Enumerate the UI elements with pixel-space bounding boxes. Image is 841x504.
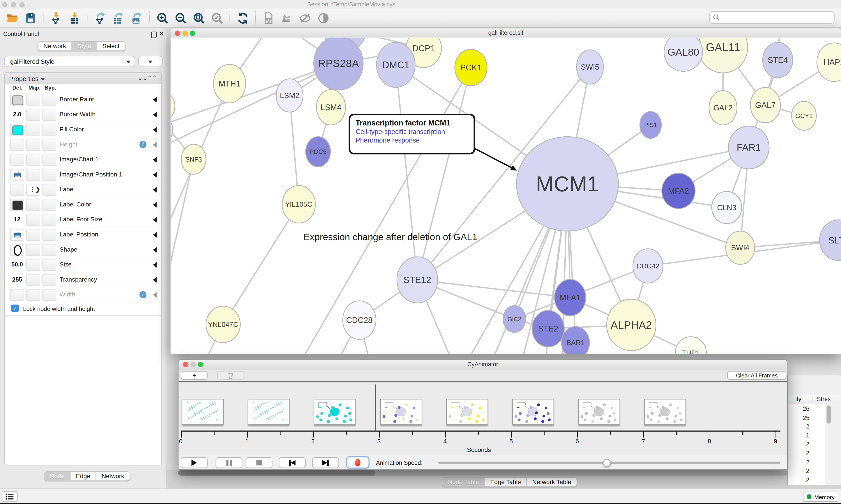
network-node-SWI5[interactable]: SWI5 (577, 50, 603, 84)
network-node-CDC28[interactable]: CDC28 (343, 301, 376, 339)
lock-checkbox[interactable]: ✓ (11, 305, 19, 312)
network-node-SLT2[interactable]: SLT2 (820, 220, 841, 260)
table-cell[interactable]: 25 (788, 414, 809, 420)
network-node-YIL105C[interactable]: YIL105C (282, 185, 315, 223)
default-value[interactable]: 2.0 (9, 111, 25, 118)
property-row-shape[interactable]: Shape (5, 242, 161, 258)
export-image-icon[interactable] (130, 11, 144, 25)
timeline-playhead[interactable] (376, 384, 376, 431)
property-row-image-chart-position-1[interactable]: Image/Chart Position 1 (5, 167, 161, 183)
property-row-width[interactable]: Widthi (5, 287, 161, 303)
network-node-MFA1[interactable]: MFA1 (555, 280, 586, 316)
slider-thumb[interactable] (603, 459, 611, 467)
column-stress[interactable]: Stres (817, 396, 831, 402)
expand-property-icon[interactable] (153, 172, 157, 177)
frame-thumbnail-6[interactable] (512, 399, 554, 425)
table-cell[interactable]: 2 (788, 450, 809, 456)
style-options-button[interactable] (139, 56, 162, 67)
tab-node-table[interactable]: Node Table (442, 478, 485, 486)
network-node-DMC1[interactable]: DMC1 (376, 42, 415, 87)
network-node-YNL047C[interactable]: YNL047C (206, 306, 240, 343)
frame-thumbnail-4[interactable] (380, 399, 422, 425)
table-cell[interactable]: 26 (788, 405, 809, 412)
network-node-GCY1[interactable]: GCY1 (792, 101, 817, 130)
scrollbar-thumb[interactable] (178, 470, 375, 475)
save-icon[interactable] (24, 11, 38, 25)
default-value[interactable]: 12 (9, 216, 25, 222)
network-node-FAR1[interactable]: FAR1 (729, 126, 769, 169)
add-frame-button[interactable]: + (181, 371, 208, 380)
default-value[interactable]: 255 (9, 276, 25, 283)
table-cell[interactable]: 1 (788, 432, 809, 438)
network-node-CLN3[interactable]: CLN3 (712, 191, 742, 223)
expand-property-icon[interactable] (153, 277, 157, 283)
annotation-box[interactable]: Transcription factor MCM1 Cell-type-spec… (349, 114, 475, 154)
expand-property-icon[interactable] (153, 247, 157, 252)
property-row-fill-color[interactable]: Fill Color (5, 122, 161, 138)
network-node-TUP1[interactable]: TUP1 (675, 337, 706, 354)
frame-thumbnail-7[interactable] (578, 399, 620, 425)
network-node-CDC42[interactable]: CDC42 (633, 249, 663, 283)
network-node-LSM4[interactable]: LSM4 (317, 90, 345, 125)
tab-select[interactable]: Select (97, 42, 125, 50)
property-row-border-paint[interactable]: Border Paint (5, 92, 161, 108)
network-node-GAL80[interactable]: GAL80 (664, 37, 702, 71)
network-node-STE4[interactable]: STE4 (763, 42, 793, 78)
export-network-icon[interactable] (93, 11, 107, 25)
record-button[interactable] (346, 456, 370, 469)
network-node-HAP2[interactable]: HAP2 (817, 43, 841, 82)
network-node-SWI4[interactable]: SWI4 (726, 231, 754, 265)
color-swatch[interactable] (12, 201, 23, 210)
play-button[interactable] (181, 457, 208, 468)
property-row-label[interactable]: ⋮❯Label (5, 182, 161, 198)
expand-all-icon[interactable]: ⌄⌄ (138, 74, 147, 82)
expand-property-icon[interactable] (153, 97, 157, 102)
property-row-label-position[interactable]: Label Position (5, 227, 161, 243)
color-swatch[interactable] (12, 95, 23, 105)
network-node-RPS28A[interactable]: RPS28A (314, 37, 363, 90)
passthrough-mapping-icon[interactable]: ⋮❯ (30, 186, 40, 193)
import-table-icon[interactable] (68, 11, 82, 25)
network-node-PDC5[interactable]: PDC5 (306, 137, 330, 167)
tab-network-table[interactable]: Network Table (527, 478, 577, 486)
zoom-fit-icon[interactable] (192, 11, 206, 25)
network-node-lsliver1[interactable] (171, 91, 175, 121)
timeline[interactable]: 0123456789 Seconds (179, 381, 787, 455)
tab-node[interactable]: Node (44, 472, 71, 480)
delete-frame-button[interactable] (217, 371, 244, 380)
table-header[interactable]: ity Stres (788, 395, 841, 404)
network-node-SNF3[interactable]: SNF3 (181, 144, 206, 174)
expand-property-icon[interactable] (153, 217, 157, 222)
collapse-all-icon[interactable]: ⌃⌃ (147, 74, 157, 82)
network-node-STE12[interactable]: STE12 (397, 257, 437, 303)
network-node-ALPHA2[interactable]: ALPHA2 (607, 299, 656, 351)
import-network-icon[interactable] (49, 11, 63, 25)
network-node-LSM2[interactable]: LSM2 (276, 79, 303, 112)
tab-edge-table[interactable]: Edge Table (485, 478, 527, 486)
memory-button[interactable]: Memory (803, 492, 838, 502)
pause-button[interactable] (215, 457, 242, 468)
info-icon[interactable]: i (140, 291, 146, 298)
table-cell[interactable]: 2 (788, 459, 809, 465)
network-node-GAL7[interactable]: GAL7 (750, 87, 780, 123)
expand-property-icon[interactable] (153, 187, 157, 193)
float-panel-icon[interactable] (151, 32, 157, 38)
network-node-GAL2[interactable]: GAL2 (709, 91, 737, 125)
skip-start-button[interactable] (279, 457, 305, 468)
network-canvas[interactable]: DCP1RPS28ADMC1PCK1SWI5GAL11GAL80STE4HAP2… (171, 37, 841, 354)
expand-property-icon[interactable] (153, 232, 157, 237)
search-input[interactable] (709, 11, 835, 23)
default-value[interactable]: 50.0 (9, 261, 25, 268)
frame-thumbnail-5[interactable] (446, 399, 488, 425)
color-swatch[interactable] (12, 125, 23, 135)
table-cell[interactable]: 2 (788, 423, 809, 430)
export-table-icon[interactable] (111, 11, 125, 25)
network-node-MCM1[interactable]: MCM1 (516, 137, 618, 231)
expand-property-icon[interactable] (153, 202, 157, 207)
expand-property-icon[interactable] (153, 112, 157, 118)
network-node-MFA2[interactable]: MFA2 (662, 173, 695, 209)
tab-network[interactable]: Network (96, 472, 129, 480)
property-row-label-color[interactable]: Label Color (5, 197, 161, 213)
stop-button[interactable] (246, 457, 272, 468)
network-node-STE2[interactable]: STE2 (532, 310, 564, 347)
